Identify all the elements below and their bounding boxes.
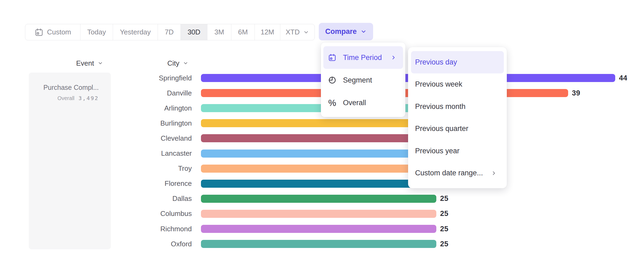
bar-label-lancaster: Lancaster (116, 150, 192, 158)
bar-richmond[interactable] (201, 225, 436, 233)
menu-item-overall[interactable]: % Overall (323, 91, 403, 114)
submenu-item-custom-date-range[interactable]: Custom date range... (411, 162, 504, 184)
bar-value-dallas: 25 (440, 195, 448, 203)
bar-value-danville: 39 (572, 89, 580, 97)
submenu-item-previous-week[interactable]: Previous week (411, 73, 504, 96)
calendar-icon (328, 53, 337, 62)
submenu-item-previous-quarter[interactable]: Previous quarter (411, 118, 504, 140)
bar-label-troy: Troy (116, 165, 192, 173)
bar-label-arlington: Arlington (116, 104, 192, 112)
chevron-right-icon (391, 55, 397, 61)
menu-item-time-period[interactable]: Time Period (323, 46, 403, 69)
bar-oxford[interactable] (201, 240, 436, 248)
bar-dallas[interactable] (201, 195, 436, 203)
bar-chart: Springfield44Danville39ArlingtonBurlingt… (0, 0, 644, 270)
segment-icon (328, 76, 337, 85)
report-canvas: Custom Today Yesterday 7D 30D 3M 6M 12M … (0, 0, 644, 270)
bar-label-columbus: Columbus (116, 210, 192, 218)
bar-label-richmond: Richmond (116, 225, 192, 233)
bar-label-dallas: Dallas (116, 195, 192, 203)
bar-value-springfield: 44 (619, 74, 627, 82)
bar-label-danville: Danville (116, 89, 192, 97)
submenu-item-previous-year[interactable]: Previous year (411, 140, 504, 162)
bar-label-burlington: Burlington (116, 119, 192, 127)
bar-value-columbus: 25 (440, 210, 448, 218)
time-period-submenu: Previous day Previous week Previous mont… (408, 47, 507, 188)
bar-columbus[interactable] (201, 210, 436, 218)
menu-item-segment[interactable]: Segment (323, 69, 403, 91)
bar-label-florence: Florence (116, 180, 192, 188)
submenu-item-previous-month[interactable]: Previous month (411, 95, 504, 118)
submenu-item-previous-day[interactable]: Previous day (411, 51, 504, 73)
bar-label-springfield: Springfield (116, 74, 192, 82)
bar-value-oxford: 25 (440, 240, 448, 248)
bar-value-richmond: 25 (440, 225, 448, 233)
percent-icon: % (328, 98, 337, 107)
chevron-right-icon (491, 170, 497, 176)
bar-label-cleveland: Cleveland (116, 134, 192, 142)
bar-label-oxford: Oxford (116, 240, 192, 248)
compare-dropdown-menu: Time Period Segment % Overall (321, 42, 405, 117)
